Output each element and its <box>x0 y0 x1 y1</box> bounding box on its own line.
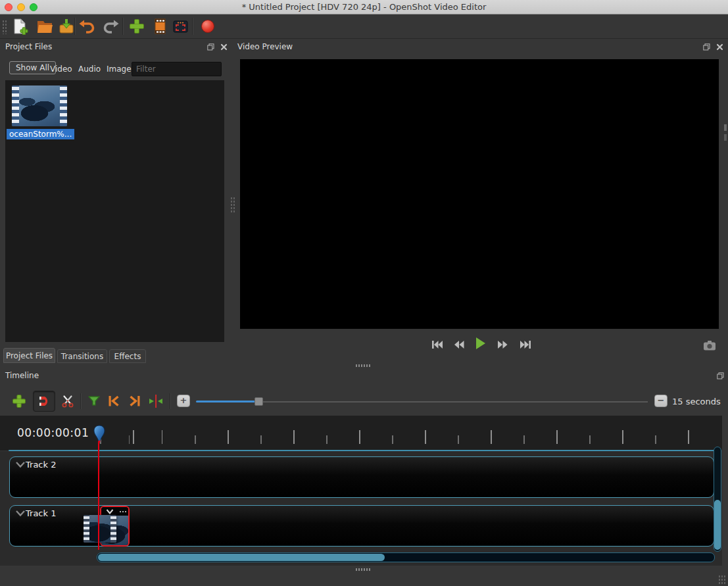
filmstrip-sprockets-right <box>60 85 67 126</box>
horizontal-scrollbar-thumb[interactable] <box>98 554 385 561</box>
video-preview-screen[interactable] <box>240 59 719 329</box>
toolbar-drag-handle[interactable] <box>2 20 7 34</box>
fullscreen-button[interactable] <box>172 18 189 35</box>
timeline-float-button[interactable] <box>716 372 725 380</box>
playhead-icon <box>93 425 106 445</box>
vertical-scrollbar-thumb[interactable] <box>714 500 721 550</box>
open-project-button[interactable] <box>36 18 53 35</box>
jump-to-start-button[interactable] <box>431 339 443 352</box>
new-project-button[interactable] <box>11 18 28 35</box>
save-project-icon <box>58 18 75 35</box>
toolbar-separator <box>170 393 170 409</box>
video-preview-close-button[interactable] <box>716 43 724 51</box>
file-name-label[interactable]: oceanStorm%... <box>7 129 74 139</box>
choose-profile-button[interactable] <box>151 18 168 35</box>
float-panel-icon <box>703 43 710 51</box>
magnet-icon <box>37 394 51 408</box>
filter-video-button[interactable]: Video <box>50 64 72 74</box>
zoom-slider-track[interactable] <box>263 401 648 403</box>
filter-show-all-button[interactable]: Show All <box>9 61 56 74</box>
play-button[interactable] <box>475 337 487 353</box>
tab-effects[interactable]: Effects <box>109 349 146 363</box>
export-video-button[interactable] <box>199 18 216 35</box>
jump-to-end-button[interactable] <box>520 339 531 352</box>
preview-timeline-splitter-handle[interactable] <box>356 364 370 367</box>
filmstrip-sprockets-left <box>84 515 89 543</box>
zoom-in-button[interactable]: + <box>177 395 190 407</box>
window-edge-handle[interactable] <box>724 124 727 131</box>
timeline-panel-title: Timeline <box>5 371 39 380</box>
fullscreen-icon <box>172 18 189 35</box>
window-edge-handle[interactable] <box>724 134 727 141</box>
zoom-scale-label: 15 seconds <box>672 397 721 406</box>
video-preview-float-button[interactable] <box>702 43 711 51</box>
tab-project-files[interactable]: Project Files <box>3 348 55 363</box>
fast-forward-button[interactable] <box>497 339 508 352</box>
save-project-button[interactable] <box>58 18 75 35</box>
panel-splitter-handle[interactable] <box>230 197 235 214</box>
track-1-chevron-down-icon[interactable] <box>15 510 26 517</box>
project-files-float-button[interactable] <box>206 43 215 51</box>
zoom-out-button[interactable]: − <box>654 395 667 407</box>
ocean-storm-thumbnail-image <box>89 515 110 543</box>
filter-input[interactable] <box>132 62 222 76</box>
current-position-readout: 00:00:00:01 <box>17 426 89 439</box>
add-track-button[interactable] <box>9 391 29 411</box>
play-icon <box>475 337 487 350</box>
track-2-chevron-down-icon[interactable] <box>15 461 26 468</box>
open-project-icon <box>36 18 53 35</box>
redo-button[interactable] <box>102 18 119 35</box>
timeline-horizontal-scrollbar[interactable] <box>97 552 715 562</box>
center-on-playhead-button[interactable] <box>146 391 166 411</box>
next-marker-button[interactable] <box>125 391 145 411</box>
bottom-splitter-handle[interactable] <box>356 568 370 571</box>
zoom-slider-fill <box>196 401 255 403</box>
jump-to-end-icon <box>520 340 531 349</box>
undo-button[interactable] <box>79 18 96 35</box>
previous-marker-button[interactable] <box>104 391 124 411</box>
tab-transitions[interactable]: Transitions <box>57 349 107 363</box>
toolbar-separator <box>80 393 81 409</box>
add-marker-button[interactable] <box>84 391 104 411</box>
tracks-top-border <box>9 450 721 451</box>
track-2-label: Track 2 <box>26 460 56 470</box>
timeline-vertical-scrollbar[interactable] <box>714 447 721 552</box>
razor-tool-button[interactable] <box>58 391 78 411</box>
float-panel-icon <box>717 372 724 379</box>
jump-to-start-icon <box>431 340 443 349</box>
track-2[interactable]: Track 2 <box>9 456 714 498</box>
project-files-list[interactable]: oceanStorm%... <box>5 80 224 342</box>
import-files-button[interactable] <box>128 18 145 35</box>
float-panel-icon <box>207 43 214 51</box>
export-video-icon <box>199 18 216 35</box>
drag-ghost-filmstrip <box>84 515 116 543</box>
toolbar-separator <box>74 18 75 35</box>
zoom-slider-handle[interactable] <box>255 397 263 406</box>
toolbar-separator <box>192 18 193 35</box>
clip-menu-icon[interactable] <box>120 511 121 512</box>
filter-audio-button[interactable]: Audio <box>78 64 101 74</box>
ruler-minor-ticks <box>99 435 719 444</box>
project-files-close-button[interactable] <box>220 43 228 51</box>
rewind-icon <box>454 340 464 349</box>
marker-funnel-icon <box>87 394 101 408</box>
camera-icon <box>702 339 717 351</box>
project-files-panel-title: Project Files <box>5 42 52 51</box>
filmstrip-sprockets-left <box>12 85 19 126</box>
video-preview-panel-title: Video Preview <box>237 42 293 51</box>
snapping-toggle-button[interactable] <box>33 391 55 412</box>
rewind-button[interactable] <box>454 339 464 352</box>
center-playhead-icon <box>147 394 164 408</box>
save-frame-button[interactable] <box>702 339 717 354</box>
file-thumbnail[interactable] <box>12 85 67 126</box>
next-marker-icon <box>128 394 142 408</box>
window-title: * Untitled Project [HDV 720 24p] - OpenS… <box>0 0 728 14</box>
playhead-marker[interactable] <box>93 425 106 447</box>
clip-chevron-down-icon[interactable] <box>106 509 114 514</box>
toolbar-separator <box>122 18 123 35</box>
window-resize-grip[interactable] <box>718 575 727 584</box>
filter-image-button[interactable]: Image <box>107 64 132 74</box>
fast-forward-icon <box>497 340 508 349</box>
previous-marker-icon <box>107 394 121 408</box>
ocean-storm-thumbnail-image <box>19 85 60 126</box>
